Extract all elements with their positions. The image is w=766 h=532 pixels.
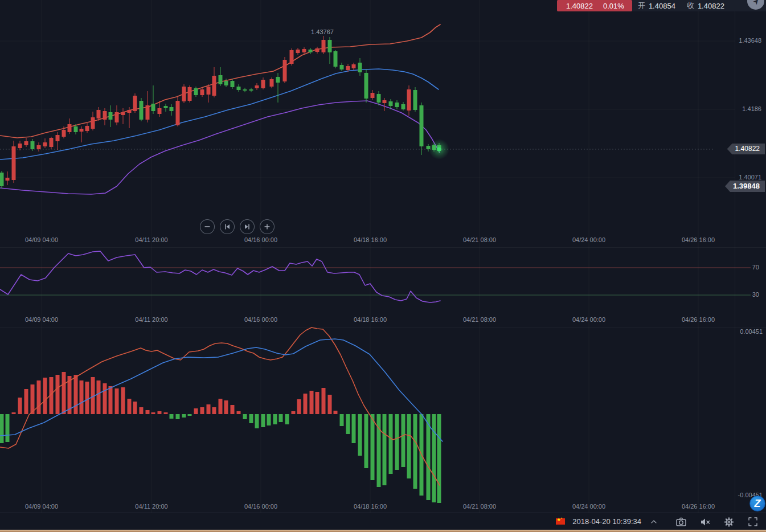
candle[interactable] — [68, 124, 72, 132]
candle[interactable] — [224, 81, 228, 85]
open-value: 1.40854 — [649, 2, 675, 10]
platform-logo[interactable]: Z — [749, 496, 765, 511]
price-scale-label: 1.4186 — [722, 105, 761, 112]
candle[interactable] — [328, 40, 332, 52]
candle[interactable] — [237, 87, 241, 90]
candle[interactable] — [146, 105, 150, 120]
candle[interactable] — [103, 111, 107, 120]
candle[interactable] — [364, 73, 368, 99]
macd-histogram-bar — [316, 392, 319, 414]
jump-start-button[interactable] — [220, 219, 235, 234]
macd-histogram-bar — [310, 391, 314, 414]
macd-histogram-bar — [103, 383, 107, 414]
candle[interactable] — [243, 89, 247, 91]
macd-histogram-bar — [133, 402, 137, 414]
candle[interactable] — [133, 96, 137, 111]
pane-divider[interactable] — [0, 327, 766, 328]
candle[interactable] — [420, 105, 424, 146]
candle[interactable] — [371, 93, 375, 98]
candle[interactable] — [402, 104, 405, 109]
candle[interactable] — [37, 145, 41, 149]
candle[interactable] — [74, 126, 78, 132]
candle[interactable] — [340, 65, 344, 69]
chart-canvas[interactable] — [0, 0, 766, 532]
collapse-timebar-button[interactable] — [648, 516, 660, 527]
settings-button[interactable] — [723, 516, 735, 527]
candle[interactable] — [50, 138, 54, 147]
candle[interactable] — [261, 80, 265, 88]
candle[interactable] — [62, 130, 66, 137]
macd-histogram-bar — [224, 400, 228, 414]
candle[interactable] — [109, 112, 113, 120]
candle[interactable] — [309, 50, 313, 52]
current-price-tag[interactable]: 1.40822 — [727, 144, 765, 154]
candle[interactable] — [176, 101, 180, 125]
candle[interactable] — [255, 85, 259, 88]
candle[interactable] — [158, 108, 162, 114]
candle[interactable] — [231, 81, 235, 87]
candle[interactable] — [140, 101, 144, 120]
macd-histogram-bar — [255, 414, 259, 428]
zoom-out-button[interactable] — [200, 219, 215, 234]
candle[interactable] — [334, 51, 338, 67]
candle[interactable] — [302, 49, 306, 52]
candle[interactable] — [24, 141, 28, 145]
candle[interactable] — [407, 89, 411, 111]
mute-button[interactable] — [699, 516, 711, 527]
candle[interactable] — [212, 76, 216, 96]
candle[interactable] — [316, 48, 319, 52]
candle[interactable] — [413, 90, 417, 110]
horizontal-scrollbar[interactable] — [0, 530, 766, 532]
candle[interactable] — [290, 50, 294, 64]
zoom-in-button[interactable] — [260, 219, 275, 234]
candle[interactable] — [43, 142, 47, 146]
candle[interactable] — [389, 101, 393, 106]
candle[interactable] — [91, 117, 95, 129]
macd-histogram-bar — [377, 414, 381, 487]
candle[interactable] — [121, 112, 125, 115]
candle[interactable] — [296, 50, 300, 53]
screenshot-button[interactable] — [675, 516, 687, 527]
candle[interactable] — [283, 60, 287, 81]
candle[interactable] — [56, 135, 60, 141]
candle[interactable] — [194, 88, 198, 95]
candle[interactable] — [276, 77, 280, 83]
candle[interactable] — [18, 144, 22, 148]
price-tag-secondary[interactable]: 1.39848 — [725, 181, 765, 192]
candle[interactable] — [12, 146, 16, 180]
candle[interactable] — [395, 103, 399, 107]
macd-histogram-bar — [243, 414, 247, 419]
jump-end-button[interactable] — [240, 219, 255, 234]
macd-histogram-bar — [37, 380, 41, 414]
candle[interactable] — [182, 87, 186, 101]
candle[interactable] — [6, 178, 10, 181]
candle[interactable] — [188, 87, 192, 101]
candle[interactable] — [151, 104, 155, 111]
candle[interactable] — [270, 79, 274, 87]
candle[interactable] — [31, 141, 35, 149]
candle[interactable] — [170, 107, 174, 111]
candle[interactable] — [383, 100, 387, 103]
candle[interactable] — [128, 110, 132, 113]
candle[interactable] — [115, 112, 119, 122]
candle[interactable] — [346, 66, 350, 70]
candle[interactable] — [200, 89, 204, 95]
fullscreen-button[interactable] — [747, 516, 759, 527]
candle[interactable] — [80, 129, 84, 132]
pane-divider[interactable] — [0, 247, 766, 248]
candle[interactable] — [322, 40, 326, 52]
macd-histogram-bar — [115, 388, 119, 414]
candle[interactable] — [164, 106, 168, 108]
price-change-badge[interactable]: 1.40822 0.01% — [557, 0, 632, 11]
price-axis-divider[interactable] — [735, 0, 735, 513]
candle[interactable] — [97, 110, 101, 118]
candle[interactable] — [377, 94, 381, 103]
candle[interactable] — [219, 75, 223, 84]
macd-histogram-bar — [285, 414, 289, 424]
candle[interactable] — [207, 87, 211, 95]
candle[interactable] — [358, 63, 362, 72]
candle[interactable] — [85, 126, 89, 131]
candle[interactable] — [352, 64, 356, 68]
candle[interactable] — [249, 89, 253, 91]
candle[interactable] — [0, 173, 4, 186]
